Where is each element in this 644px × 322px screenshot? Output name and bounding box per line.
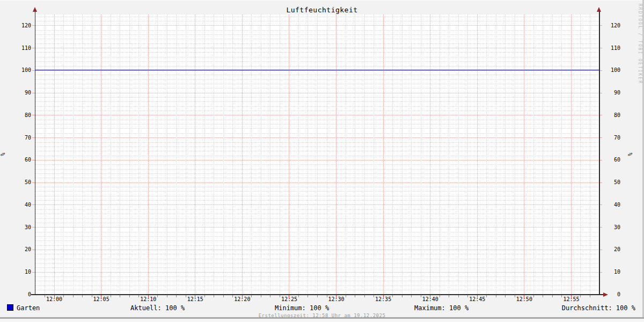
x-axis-tick-minor [214,295,214,297]
x-axis-tick-minor [308,295,308,297]
y-axis-tick-label-left: 110 [10,46,31,51]
y-axis-tick-left [32,93,35,93]
y-axis-tick-left [32,70,35,71]
chart-title: Luftfeuchtigkeit [0,6,644,14]
y-axis-tick-left [32,182,35,183]
x-axis-tick-label: 12:30 [320,297,353,302]
legend-series-label: Garten [17,305,40,311]
grid-line-minor-v [157,14,158,295]
x-axis-tick-minor [355,295,355,297]
x-axis-tick-minor [364,295,365,297]
grid-line-minor-v [176,14,177,295]
y-axis-tick-label-left: 10 [10,269,31,275]
grid-line-minor-v [552,14,553,295]
y-axis-tick-left [32,25,35,26]
y-axis-tick-right [600,272,602,273]
y-axis-tick-right [600,160,602,160]
y-axis-tick-label-left: 60 [10,157,31,163]
grid-line-minor-v [515,14,515,295]
grid-line-minor-v [496,14,496,295]
grid-line-major-v [148,14,149,295]
x-axis-tick-minor [402,295,402,297]
y-axis-tick-label-right: 50 [599,180,620,185]
x-axis-tick-minor [590,295,590,297]
y-axis-tick-label-left: 90 [10,90,31,96]
y-axis-tick-label-right: 70 [599,135,620,141]
x-axis-tick-minor [458,295,459,297]
x-axis-tick-minor [317,295,318,297]
grid-line-minor-v [486,14,487,295]
grid-line-minor-v [346,14,346,295]
y-axis-tick-left [32,160,35,160]
y-axis-tick-right [600,70,602,71]
x-axis-tick-minor [167,295,167,297]
grid-line-minor-v [421,14,421,295]
x-axis-tick-label: 12:55 [555,297,587,302]
grid-line-minor-v [167,14,167,295]
grid-line-minor-v [92,14,92,295]
grid-line-minor-v [63,14,64,295]
x-axis-tick-minor [552,295,553,297]
y-axis-tick-left [32,250,35,250]
grid-line-minor-v [364,14,365,295]
grid-line-minor-v [467,14,468,295]
grid-line-minor-v [261,14,261,295]
y-axis-tick-label-left: 0 [10,292,31,297]
x-axis-tick-label: 12:05 [85,297,118,302]
x-axis-tick-minor [411,295,412,297]
y-axis-tick-left [32,137,35,138]
x-axis-tick-label: 12:45 [461,297,493,302]
x-axis-tick-label: 12:15 [179,297,211,302]
y-axis-tick-right [600,25,602,26]
grid-line-minor-v [317,14,318,295]
grid-line-minor-v [533,14,534,295]
grid-line-minor-v [411,14,412,295]
grid-line-minor-v [251,14,252,295]
y-axis-tick-label-left: 80 [10,113,31,118]
y-axis-tick-label-right: 10 [599,269,620,275]
y-axis-tick-right [600,48,602,48]
y-axis-unit-label-right: % [627,152,633,156]
y-axis-tick-label-left: 40 [10,202,31,208]
x-axis-tick-minor [270,295,270,297]
grid-line-minor-v [45,14,45,295]
x-axis-tick-label: 12:00 [38,297,70,302]
x-axis-tick-minor [496,295,496,297]
legend-color-swatch [7,304,13,311]
y-axis-tick-label-right: 100 [599,68,620,73]
series-line-garten [35,70,599,70]
y-axis-tick-label-right: 0 [599,292,620,297]
y-axis-tick-label-left: 100 [10,68,31,73]
x-axis-tick-label: 12:25 [273,297,305,302]
rrdtool-graph: Luftfeuchtigkeit RRDTOOL / TOBI OETIKER … [0,0,644,322]
y-axis-tick-left [32,227,35,228]
y-axis-tick-left [32,204,35,205]
y-axis-tick-label-right: 90 [599,90,620,96]
y-axis-tick-label-right: 30 [599,225,620,230]
grid-line-minor-v [82,14,83,295]
y-axis-tick-label-left: 30 [10,225,31,230]
y-axis-tick-label-right: 80 [599,113,620,118]
grid-line-major-v [54,14,55,295]
grid-line-minor-v [186,14,186,295]
grid-line-major-v [524,14,524,295]
x-axis-tick-minor [82,295,83,297]
page-background-strip [0,319,644,322]
grid-line-minor-v [298,14,299,295]
rrdtool-watermark: RRDTOOL / TOBI OETIKER [638,4,642,84]
x-axis [31,294,604,295]
y-axis-tick-label-right: 110 [599,46,620,51]
x-axis-tick-label: 12:35 [367,297,399,302]
x-axis-tick-minor [505,295,506,297]
grid-line-minor-v [402,14,402,295]
y-axis-tick-label-right: 60 [599,157,620,163]
y-axis-tick-label-right: 40 [599,202,620,208]
grid-line-minor-v [392,14,393,295]
y-axis-tick-right [600,204,602,205]
grid-line-minor-v [73,14,74,295]
y-axis-arrow-left-icon [33,7,37,12]
y-axis-tick-label-right: 20 [599,247,620,252]
y-axis-tick-left [32,272,35,273]
grid-line-major-v [195,14,195,295]
x-axis-tick-minor [543,295,543,297]
